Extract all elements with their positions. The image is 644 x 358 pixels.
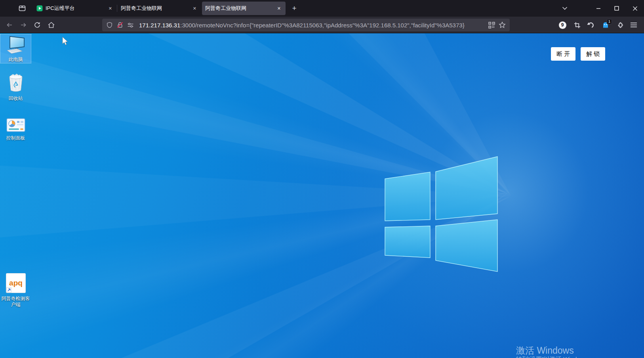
remote-desktop-viewport[interactable]: 此电脑 回收站 bbox=[0, 33, 644, 358]
url-host: 171.217.136.31 bbox=[139, 22, 180, 29]
forward-button[interactable] bbox=[17, 19, 30, 31]
firefox-view-button[interactable] bbox=[15, 2, 29, 15]
puzzle-piece-icon bbox=[616, 21, 623, 29]
url-path: :3000/remoteNoVnc?info={"repeaterID"%3A8… bbox=[180, 22, 464, 29]
mouse-cursor-icon bbox=[62, 36, 69, 46]
unlock-button[interactable]: 解 锁 bbox=[581, 47, 605, 61]
url-text[interactable]: 171.217.136.31:3000/remoteNoVnc?info={"r… bbox=[139, 22, 485, 29]
forward-arrow-icon bbox=[20, 21, 27, 29]
new-tab-button[interactable]: + bbox=[288, 2, 301, 15]
undo-arrow-icon bbox=[587, 22, 594, 28]
qr-code-icon[interactable] bbox=[488, 22, 495, 29]
desktop-icon-label: 控制面板 bbox=[0, 135, 31, 141]
list-all-tabs-button[interactable] bbox=[558, 2, 572, 15]
undo-extension-button[interactable] bbox=[584, 19, 597, 31]
desktop-icon-label: 阿普奇检测客户端 bbox=[0, 296, 31, 308]
tab-bar: IPC运维平台 ✕ 阿普奇工业物联网 ✕ 阿普奇工业物联网 ✕ + bbox=[0, 0, 644, 17]
recycle-bin-icon bbox=[7, 73, 25, 94]
maximize-icon bbox=[614, 6, 619, 11]
tab-close-icon[interactable]: ✕ bbox=[107, 5, 114, 12]
desktop-icon-label: 回收站 bbox=[0, 96, 31, 101]
insecure-connection-lock-icon bbox=[116, 21, 124, 29]
control-panel-icon bbox=[6, 116, 25, 134]
tab-apq-iot-2-active[interactable]: 阿普奇工业物联网 ✕ bbox=[202, 2, 286, 15]
apq-logo-text: apq bbox=[9, 279, 23, 287]
home-icon bbox=[48, 21, 55, 29]
desktop-icon-recycle-bin[interactable]: 回收站 bbox=[0, 71, 31, 101]
tab-title: IPC运维平台 bbox=[46, 5, 104, 12]
disconnect-button[interactable]: 断 开 bbox=[551, 47, 575, 61]
maximize-button[interactable] bbox=[608, 0, 626, 17]
extension-9-icon: 9 bbox=[559, 21, 566, 29]
tab-title: 阿普奇工业物联网 bbox=[121, 5, 189, 12]
screenshot-crop-button[interactable] bbox=[570, 19, 584, 31]
reload-button[interactable] bbox=[31, 19, 44, 31]
this-pc-icon bbox=[6, 36, 25, 56]
back-button[interactable] bbox=[3, 19, 16, 31]
wallpaper-light-beams bbox=[0, 33, 644, 358]
desktop-icon-apq-client[interactable]: apq 阿普奇检测客户端 bbox=[0, 272, 31, 310]
tab-title: 阿普奇工业物联网 bbox=[205, 5, 273, 12]
tab-ipc-platform[interactable]: IPC运维平台 ✕ bbox=[33, 2, 117, 15]
home-button[interactable] bbox=[45, 19, 57, 31]
crop-icon bbox=[574, 22, 581, 29]
minimize-icon bbox=[596, 6, 601, 11]
tab-apq-iot-1[interactable]: 阿普奇工业物联网 ✕ bbox=[118, 2, 201, 15]
url-bar[interactable]: 171.217.136.31:3000/remoteNoVnc?info={"r… bbox=[102, 19, 510, 31]
extensions-button[interactable] bbox=[613, 19, 627, 31]
download-count-badge: 1 bbox=[607, 19, 612, 24]
close-button[interactable] bbox=[626, 0, 644, 17]
back-arrow-icon bbox=[6, 21, 13, 29]
activate-windows-watermark-line2: 转到“设置”以激活 Windows。 bbox=[516, 356, 593, 358]
desktop-icon-control-panel[interactable]: 控制面板 bbox=[0, 114, 31, 144]
download-manager-button[interactable]: 1 bbox=[599, 19, 612, 31]
close-icon bbox=[633, 6, 638, 11]
desktop-icon-this-pc[interactable]: 此电脑 bbox=[0, 34, 31, 63]
activate-windows-watermark: 激活 Windows bbox=[516, 345, 574, 357]
tab-favicon-play-icon bbox=[36, 5, 43, 11]
navigation-toolbar: 171.217.136.31:3000/remoteNoVnc?info={"r… bbox=[0, 17, 644, 33]
reload-icon bbox=[34, 21, 41, 29]
app-menu-button[interactable] bbox=[627, 19, 640, 31]
tab-close-icon[interactable]: ✕ bbox=[191, 5, 198, 12]
permissions-sliders-icon bbox=[127, 22, 134, 29]
hamburger-menu-icon bbox=[631, 22, 637, 28]
extension-badge-9-button[interactable]: 9 bbox=[556, 19, 569, 31]
firefox-view-icon bbox=[19, 5, 26, 12]
tracking-protection-shield-icon bbox=[106, 22, 113, 29]
apq-client-icon: apq bbox=[6, 273, 26, 295]
desktop-icon-label: 此电脑 bbox=[0, 57, 31, 63]
windows-logo bbox=[379, 152, 498, 273]
chevron-down-icon bbox=[562, 6, 568, 11]
bookmark-star-icon[interactable] bbox=[499, 21, 506, 29]
minimize-button[interactable] bbox=[589, 0, 608, 17]
tab-close-icon[interactable]: ✕ bbox=[276, 5, 282, 12]
